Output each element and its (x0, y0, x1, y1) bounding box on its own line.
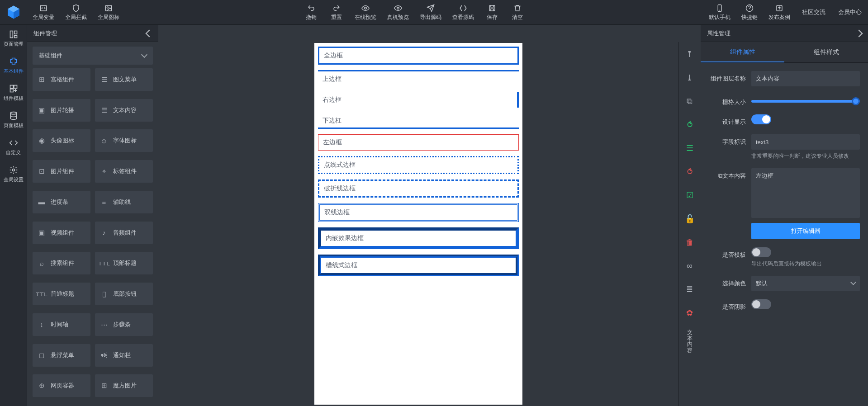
toolbar-help-button[interactable]: 快捷键 (736, 2, 763, 23)
lock-icon[interactable]: 🔓 (683, 212, 697, 226)
switch-has-shadow[interactable] (751, 299, 771, 309)
nav-code2[interactable]: 自定义 (0, 133, 27, 161)
component-item[interactable]: ♪音频组件 (95, 222, 153, 244)
component-item-label: 音频组件 (113, 229, 137, 237)
top-link[interactable]: 社区交流 (796, 8, 832, 16)
canvas-text-row[interactable]: 双线边框 (318, 203, 519, 222)
component-item[interactable]: ⊡图片组件 (33, 160, 90, 183)
gear-icon (9, 165, 19, 175)
doc-icon[interactable]: ☰ (683, 142, 697, 155)
link-icon[interactable]: ∞ (683, 259, 697, 273)
nav-grid-plus[interactable]: 组件模板 (0, 79, 27, 106)
puzzle2-icon[interactable]: ⥀ (683, 165, 697, 179)
component-item[interactable]: ↕时间轴 (33, 313, 90, 336)
input-layer-name[interactable] (751, 71, 860, 86)
component-item[interactable]: ⌕搜索组件 (33, 252, 90, 274)
align-bottom-icon[interactable]: ⤓ (683, 71, 697, 85)
toolbar-save-button[interactable]: 保存 (479, 2, 505, 23)
copy-icon[interactable]: ⧉ (683, 94, 697, 108)
component-item-label: 图片轮播 (51, 106, 74, 114)
svg-point-5 (107, 7, 108, 8)
toolbar-code-button[interactable]: 全局变量 (27, 2, 60, 23)
switch-design-show[interactable] (751, 114, 771, 124)
component-item-label: 宫格组件 (51, 76, 74, 84)
component-item[interactable]: ⌖标签组件 (95, 160, 153, 183)
canvas-text-row[interactable]: 破折线边框 (318, 179, 519, 198)
logo[interactable] (0, 5, 27, 19)
canvas-text-row[interactable]: 右边框 (318, 92, 519, 108)
component-item[interactable]: ⊕网页容器 (33, 374, 90, 397)
nav-puzzle[interactable]: 基本组件 (0, 52, 27, 79)
slider-grid-size[interactable] (751, 100, 860, 103)
canvas-text-row[interactable]: 内嵌效果边框 (318, 227, 519, 249)
svg-point-18 (10, 112, 16, 114)
canvas-text-row[interactable]: 点线式边框 (318, 156, 519, 174)
svg-point-19 (12, 169, 14, 171)
align-top-icon[interactable]: ⤒ (683, 47, 697, 61)
toolbar-undo-button[interactable]: 撤销 (299, 2, 324, 23)
select-color-value: 默认 (756, 279, 768, 288)
toolbar-trash-button[interactable]: 清空 (505, 2, 530, 23)
copy-icon: ⧉ (718, 172, 722, 179)
input-field-id[interactable] (751, 134, 860, 150)
phone-preview[interactable]: 全边框上边框右边框下边杠左边框点线式边框破折线边框双线边框内嵌效果边框槽线式边框 (314, 43, 522, 405)
action-rail: ⤒⤓⧉⥀☰⥀☑🔓🗑∞≣✿文本内容 (678, 42, 701, 406)
toolbar-send-button[interactable]: 导出源码 (414, 2, 447, 23)
component-item[interactable]: ᴛᴛʟ普通标题 (33, 283, 90, 305)
component-item[interactable]: ⌷底部按钮 (95, 283, 153, 305)
toolbar-brackets-button[interactable]: 查看源码 (447, 2, 479, 23)
toolbar-eye-button[interactable]: 在线预览 (349, 2, 382, 23)
switch-is-template[interactable] (751, 247, 771, 257)
component-item[interactable]: ⊞魔方图片 (95, 374, 153, 397)
nav-gear[interactable]: 全局设置 (0, 161, 27, 188)
component-item[interactable]: ☺字体图标 (95, 129, 153, 152)
toolbar-redo-button[interactable]: 重置 (324, 2, 349, 23)
delete-icon[interactable]: 🗑 (683, 236, 697, 249)
canvas-text-row[interactable]: 左边框 (318, 134, 519, 151)
component-item[interactable]: ▬进度条 (33, 191, 90, 213)
undo-icon (307, 4, 316, 13)
component-category-label: 基础组件 (39, 52, 62, 60)
component-item[interactable]: ᴛᴛʟ顶部标题 (95, 252, 153, 274)
nav-db[interactable]: 页面模板 (0, 106, 27, 133)
expand-right-icon[interactable] (855, 29, 863, 37)
top-link[interactable]: 会员中心 (832, 8, 868, 16)
component-item[interactable]: ≡辅助线 (95, 191, 153, 213)
toolbar-eye-button[interactable]: 真机预览 (382, 2, 414, 23)
toolbar-image-button[interactable]: 全局图标 (92, 2, 125, 23)
component-glyph-icon: ⌖ (100, 167, 109, 176)
canvas-text-row[interactable]: 槽线式边框 (318, 255, 519, 276)
component-item[interactable]: ☰文本内容 (95, 99, 153, 122)
component-item[interactable]: ⋯步骤条 (95, 313, 153, 336)
toolbar-publish-button[interactable]: 发布案例 (763, 2, 796, 23)
textarea-text-content[interactable] (751, 168, 860, 218)
component-glyph-icon: ▣ (37, 228, 46, 237)
component-item[interactable]: ▣图片轮播 (33, 99, 90, 122)
component-glyph-icon: ⊞ (37, 75, 46, 84)
select-color[interactable]: 默认 (751, 276, 860, 291)
nav-layout[interactable]: 页面管理 (0, 25, 27, 52)
gear-icon[interactable]: ✿ (683, 306, 697, 320)
rail-text-content[interactable]: 文本内容 (681, 330, 699, 354)
canvas-text-row[interactable]: 全边框 (318, 47, 519, 65)
component-item[interactable]: ▣视频组件 (33, 222, 90, 244)
slider-thumb[interactable] (852, 97, 860, 105)
layers-icon[interactable]: ≣ (683, 283, 697, 296)
canvas-text-row[interactable]: 下边杠 (318, 113, 519, 129)
open-editor-button[interactable]: 打开编辑器 (751, 223, 860, 239)
canvas-text-row[interactable]: 上边框 (318, 70, 519, 87)
tab-component-props[interactable]: 组件属性 (701, 42, 784, 62)
puzzle-icon[interactable]: ⥀ (683, 118, 697, 132)
component-category-select[interactable]: 基础组件 (33, 47, 153, 65)
doc-check-icon[interactable]: ☑ (683, 189, 697, 202)
component-item[interactable]: ◉头像图标 (33, 129, 90, 152)
toolbar-shield-button[interactable]: 全局拦截 (60, 2, 92, 23)
component-item[interactable]: ◻悬浮菜单 (33, 344, 90, 367)
component-item[interactable]: 🕬通知栏 (95, 344, 153, 367)
toolbar-phone-button[interactable]: 默认手机 (703, 2, 736, 23)
collapse-left-icon[interactable] (146, 29, 153, 37)
component-item[interactable]: ⊞宫格组件 (33, 68, 90, 91)
tab-component-style[interactable]: 组件样式 (784, 42, 868, 62)
component-item[interactable]: ☰图文菜单 (95, 68, 153, 91)
component-item-label: 图片组件 (51, 167, 74, 175)
